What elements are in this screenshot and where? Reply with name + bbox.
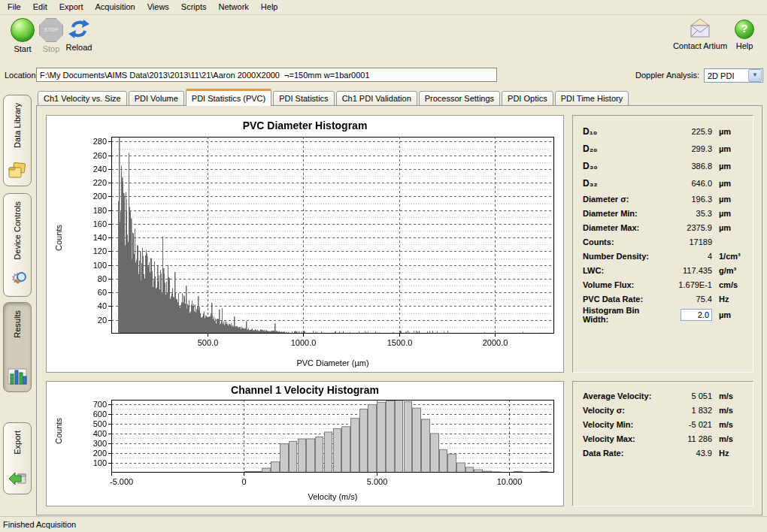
diameter-stat-value: 75.4 — [665, 295, 712, 304]
diameter-stat-label: Diameter Min: — [583, 209, 665, 218]
velocity-stat-unit: m/s — [712, 406, 747, 415]
sidebar-item-device-controls[interactable]: Device Controls ⚙ — [3, 193, 32, 297]
gear-magnifier-icon: ⚙ — [8, 271, 27, 290]
diameter-stat-row: D₃₂646.0µm — [583, 174, 747, 192]
diameter-stat-row: Diameter σ:196.3µm — [583, 192, 747, 206]
status-text: Finished Acquisition — [3, 520, 76, 529]
toolbar: Start STOP Stop Reload Contact Artium ? … — [0, 15, 767, 65]
velocity-stat-row: Velocity Max:11 286m/s — [583, 431, 747, 446]
velocity-histogram-chart: Channel 1 Velocity Histogram Counts Velo… — [46, 381, 564, 506]
pvc-diameter-histogram-chart: PVC Diameter Histogram Counts PVC Diamet… — [46, 115, 564, 373]
sidebar-item-results[interactable]: Results — [3, 302, 32, 392]
velocity-stat-value: -5 021 — [665, 420, 712, 429]
velocity-stat-value: 11 286 — [665, 434, 712, 443]
diameter-stat-label: D₃₀ — [583, 161, 665, 171]
diameter-stat-unit: µm — [712, 179, 747, 188]
velocity-histogram-canvas — [47, 382, 563, 506]
diameter-stat-unit: µm — [712, 223, 747, 232]
diameter-stat-row: D₁₀225.9µm — [583, 122, 747, 140]
diameter-stat-unit: µm — [712, 144, 747, 153]
status-bar: Finished Acquisition — [0, 516, 767, 532]
diameter-stat-value: 299.3 — [665, 144, 712, 153]
menu-item-help[interactable]: Help — [255, 0, 284, 14]
location-input[interactable] — [36, 68, 497, 82]
diameter-stat-value: 1.679E-1 — [665, 280, 712, 289]
diameter-stat-value: 2375.9 — [665, 223, 712, 232]
menu-item-acquisition[interactable]: Acquisition — [89, 0, 141, 14]
diameter-stat-value: 386.8 — [665, 162, 712, 171]
velocity-stat-row: Velocity σ:1 832m/s — [583, 403, 747, 417]
velocity-stat-row: Velocity Min:-5 021m/s — [583, 417, 747, 431]
tab-ch1-velocity-vs-size[interactable]: Ch1 Velocity vs. Size — [38, 91, 127, 106]
diameter-stat-label: D₂₀ — [583, 144, 665, 154]
diameter-stat-unit: g/m³ — [712, 266, 747, 275]
tab-pdi-statistics-pvc[interactable]: PDI Statistics (PVC) — [186, 89, 271, 106]
velocity-stat-unit: m/s — [712, 420, 747, 429]
envelope-icon — [689, 18, 711, 39]
export-arrow-icon — [8, 470, 27, 488]
velocity-stat-label: Average Velocity: — [583, 391, 665, 401]
stop-icon: STOP — [39, 18, 63, 42]
diameter-stat-row: Number Density:41/cm³ — [583, 249, 747, 263]
tab-pdi-optics[interactable]: PDI Optics — [502, 91, 553, 106]
tab-pdi-volume[interactable]: PDI Volume — [129, 91, 184, 106]
diameter-stat-label: LWC: — [583, 266, 665, 275]
start-button[interactable]: Start — [6, 18, 39, 53]
diameter-stat-unit: µm — [712, 127, 747, 136]
menu-item-edit[interactable]: Edit — [27, 0, 53, 14]
diameter-stat-label: Diameter Max: — [583, 223, 665, 232]
velocity-stats-panel: Average Velocity:5 051m/sVelocity σ:1 83… — [572, 381, 753, 506]
diameter-stat-label: Diameter σ: — [583, 195, 665, 204]
velocity-stat-unit: m/s — [712, 434, 747, 443]
histogram-bin-width-row: Histogram Bin Width:µm — [583, 306, 747, 320]
reload-label: Reload — [62, 43, 96, 52]
diameter-stat-label: Volume Flux: — [583, 280, 665, 289]
diameter-stat-row: Diameter Min:35.3µm — [583, 206, 747, 220]
location-label: Location: — [5, 71, 38, 80]
velocity-stat-label: Velocity σ: — [583, 406, 665, 415]
start-icon — [11, 18, 35, 42]
reload-icon — [67, 18, 91, 41]
diameter-stat-value: 4 — [665, 252, 712, 261]
velocity-stat-row: Average Velocity:5 051m/s — [583, 388, 747, 403]
menu-item-file[interactable]: File — [2, 0, 27, 14]
chart-title: PVC Diameter Histogram — [47, 119, 563, 131]
doppler-analysis-label: Doppler Analysis: — [635, 71, 699, 80]
diameter-stat-row: Counts:17189 — [583, 234, 747, 249]
reload-button[interactable]: Reload — [62, 18, 96, 52]
tab-pdi-time-history[interactable]: PDI Time History — [555, 91, 629, 106]
diameter-stat-unit: µm — [712, 195, 747, 204]
diameter-stat-row: LWC:117.435g/m³ — [583, 263, 747, 277]
tab-pdi-statistics[interactable]: PDI Statistics — [273, 91, 334, 106]
diameter-stat-label: Number Density: — [583, 252, 665, 261]
start-label: Start — [6, 44, 39, 53]
tab-processor-settings[interactable]: Processor Settings — [419, 91, 500, 106]
sidebar-item-label: Export — [13, 431, 22, 455]
y-axis-label: Counts — [54, 418, 63, 444]
sidebar-item-export[interactable]: Export — [3, 422, 32, 494]
sidebar-item-label: Results — [13, 310, 22, 338]
help-button[interactable]: ? Help — [729, 18, 759, 50]
histogram-bin-width-input[interactable] — [681, 309, 712, 321]
velocity-stat-label: Data Rate: — [583, 449, 665, 458]
histogram-bin-width-unit: µm — [712, 310, 747, 319]
contact-artium-button[interactable]: Contact Artium — [671, 18, 729, 50]
menu-item-scripts[interactable]: Scripts — [175, 0, 213, 14]
sidebar-item-label: Data Library — [13, 103, 22, 148]
menu-item-network[interactable]: Network — [212, 0, 254, 14]
velocity-stat-label: Velocity Min: — [583, 420, 665, 429]
diameter-stat-unit: µm — [712, 162, 747, 171]
diameter-stat-row: Diameter Max:2375.9µm — [583, 220, 747, 234]
menu-item-views[interactable]: Views — [141, 0, 175, 14]
diameter-stat-value: 196.3 — [665, 195, 712, 204]
doppler-analysis-select[interactable]: 2D PDI ▼ — [704, 68, 763, 83]
diameter-stat-label: PVC Data Rate: — [583, 295, 665, 304]
menu-item-export[interactable]: Export — [53, 0, 89, 14]
doppler-analysis-value: 2D PDI — [705, 71, 748, 80]
tab-ch1-pdi-validation[interactable]: Ch1 PDI Validation — [336, 91, 417, 106]
chart-title: Channel 1 Velocity Histogram — [47, 384, 563, 396]
diameter-stat-unit: 1/cm³ — [712, 252, 747, 261]
velocity-stat-value: 43.9 — [665, 449, 712, 458]
sidebar-item-data-library[interactable]: Data Library — [3, 95, 32, 186]
chevron-down-icon[interactable]: ▼ — [748, 69, 762, 82]
